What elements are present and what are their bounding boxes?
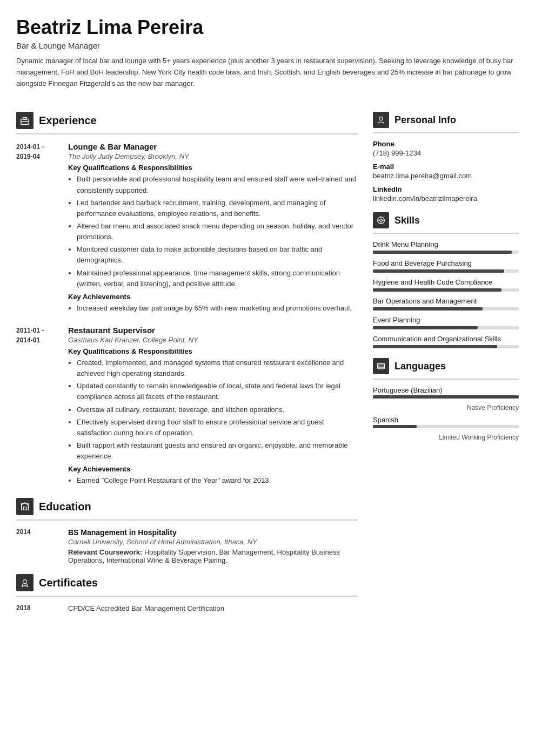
education-1: 2014 BS Management in Hospitality Cornel… <box>16 528 358 564</box>
job-2-bullets: Created, implemented, and managed system… <box>68 357 358 462</box>
main-content: Experience 2014-01 -2019-04 Lounge & Bar… <box>16 102 519 617</box>
job-1-title: Lounge & Bar Manager <box>68 142 358 151</box>
job-2-dates: 2011-01 -2014-01 <box>16 326 59 488</box>
candidate-title: Bar & Lounge Manager <box>16 41 519 50</box>
job-1-achiev-heading: Key Achievements <box>68 293 358 301</box>
skill-1-bar <box>373 251 512 254</box>
skill-2-bar-container <box>373 269 519 273</box>
bullet-item: Led bartender and barback recruitment, t… <box>77 198 358 219</box>
certificates-label: Certificates <box>39 577 98 589</box>
bullet-item: Maintained professional appearance, time… <box>77 268 358 289</box>
skill-1-bar-container <box>373 251 519 254</box>
skill-2-name: Food and Beverage Purchasing <box>373 259 519 267</box>
lang-2-bar <box>373 425 417 428</box>
skill-5-bar-container <box>373 326 519 329</box>
svg-rect-4 <box>23 507 26 510</box>
cert-year: 2018 <box>16 604 59 612</box>
certificates-section-title: Certificates <box>16 574 358 591</box>
lang-1-bar-container <box>373 395 519 399</box>
linkedin-value: linkedin.com/in/beatrizlimapereira <box>373 194 519 202</box>
job-2-details: Restaurant Supervisor Gasthaus Karl Kran… <box>68 326 358 488</box>
skill-5-name: Event Planning <box>373 316 519 324</box>
job-1-details: Lounge & Bar Manager The Jolly Judy Demp… <box>68 142 358 316</box>
bullet-item: Altered bar menu and associated snack me… <box>77 221 358 242</box>
experience-section-title: Experience <box>16 112 358 129</box>
achievement-item: Increased weekday bar patronage by 65% w… <box>77 303 358 314</box>
resume-header: Beatriz Lima Pereira Bar & Lounge Manage… <box>16 16 519 89</box>
email-label: E-mail <box>373 163 519 171</box>
bullet-item: Updated constantly to remain knowledgeab… <box>77 381 358 402</box>
job-1-bullets: Built personable and professional hospit… <box>68 174 358 289</box>
coursework-label: Relevant Coursework: <box>68 548 142 556</box>
skills-label: Skills <box>394 215 420 226</box>
phone-label: Phone <box>373 140 519 148</box>
candidate-name: Beatriz Lima Pereira <box>16 16 519 39</box>
skills-icon <box>373 212 389 228</box>
personal-info-label: Personal Info <box>394 114 456 126</box>
skill-3-name: Hygiene and Health Code Compliance <box>373 278 519 286</box>
skill-3: Hygiene and Health Code Compliance <box>373 278 519 292</box>
skill-4-bar <box>373 307 483 310</box>
svg-point-6 <box>379 117 383 120</box>
bullet-item: Oversaw all culinary, restaurant, bevera… <box>77 404 358 415</box>
skill-4-name: Bar Operations and Management <box>373 297 519 305</box>
skill-6: Communication and Organizational Skills <box>373 335 519 348</box>
education-label: Education <box>39 501 91 513</box>
skills-section-title: Skills <box>373 212 519 228</box>
job-1-dates: 2014-01 -2019-04 <box>16 142 59 316</box>
job-2-title: Restaurant Supervisor <box>68 326 358 335</box>
right-column: Personal Info Phone (718) 999-1234 E-mai… <box>373 102 519 617</box>
skill-6-name: Communication and Organizational Skills <box>373 335 519 343</box>
email-value: beatriz.lima.pereira@gmail.com <box>373 172 519 180</box>
edu-coursework: Relevant Coursework: Hospitality Supervi… <box>68 548 358 564</box>
svg-point-7 <box>380 219 383 222</box>
skill-4: Bar Operations and Management <box>373 297 519 310</box>
skill-3-bar-container <box>373 288 519 292</box>
job-1-company: The Jolly Judy Dempsey, Brooklyn, NY <box>68 152 358 160</box>
job-1: 2014-01 -2019-04 Lounge & Bar Manager Th… <box>16 142 358 316</box>
job-2-achievements: Earned "College Point Restaurant of the … <box>68 475 358 486</box>
job-2-achiev-heading: Key Achievements <box>68 465 358 473</box>
edu-degree: BS Management in Hospitality <box>68 528 358 537</box>
left-column: Experience 2014-01 -2019-04 Lounge & Bar… <box>16 102 358 617</box>
cert-1: 2018 CPD/CE Accredited Bar Management Ce… <box>16 604 358 612</box>
bullet-item: Built rapport with restaurant guests and… <box>77 440 358 462</box>
skill-2: Food and Beverage Purchasing <box>373 259 519 273</box>
job-1-achievements: Increased weekday bar patronage by 65% w… <box>68 303 358 314</box>
lang-1-bar <box>373 395 519 399</box>
lang-1-name: Portuguese (Brazilian) <box>373 386 519 394</box>
skill-3-bar <box>373 288 501 292</box>
skill-1: Drink Menu Planning <box>373 240 519 254</box>
lang-2: Spanish Limited Working Proficiency <box>373 416 519 441</box>
languages-section-title: Languages <box>373 358 519 374</box>
languages-icon <box>373 358 389 374</box>
bullet-item: Monitored customer data to make actionab… <box>77 244 358 266</box>
svg-rect-1 <box>23 118 26 120</box>
skill-5: Event Planning <box>373 316 519 329</box>
lang-2-name: Spanish <box>373 416 519 424</box>
skill-6-bar-container <box>373 345 519 348</box>
education-section-title: Education <box>16 498 358 515</box>
skill-1-name: Drink Menu Planning <box>373 240 519 248</box>
cert-name: CPD/CE Accredited Bar Management Certifi… <box>68 604 224 612</box>
languages-label: Languages <box>394 361 446 372</box>
job-2: 2011-01 -2014-01 Restaurant Supervisor G… <box>16 326 358 488</box>
experience-icon <box>16 112 34 129</box>
achievement-item: Earned "College Point Restaurant of the … <box>77 475 358 486</box>
bullet-item: Effectively supervised dining floor staf… <box>77 417 358 438</box>
job-2-company: Gasthaus Karl Kranzer, College Point, NY <box>68 336 358 344</box>
edu-details: BS Management in Hospitality Cornell Uni… <box>68 528 358 564</box>
phone-value: (718) 999-1234 <box>373 149 519 157</box>
job-2-qual-heading: Key Qualifications & Responsibilities <box>68 347 358 355</box>
bullet-item: Built personable and professional hospit… <box>77 174 358 195</box>
lang-1-level: Native Proficiency <box>373 404 519 411</box>
linkedin-label: LinkedIn <box>373 185 519 193</box>
skill-5-bar <box>373 326 478 329</box>
skill-2-bar <box>373 269 504 273</box>
personal-info-title: Personal Info <box>373 112 519 128</box>
edu-year: 2014 <box>16 528 59 564</box>
skill-4-bar-container <box>373 307 519 310</box>
skill-6-bar <box>373 345 497 348</box>
lang-1: Portuguese (Brazilian) Native Proficienc… <box>373 386 519 411</box>
job-1-qual-heading: Key Qualifications & Responsibilities <box>68 164 358 172</box>
